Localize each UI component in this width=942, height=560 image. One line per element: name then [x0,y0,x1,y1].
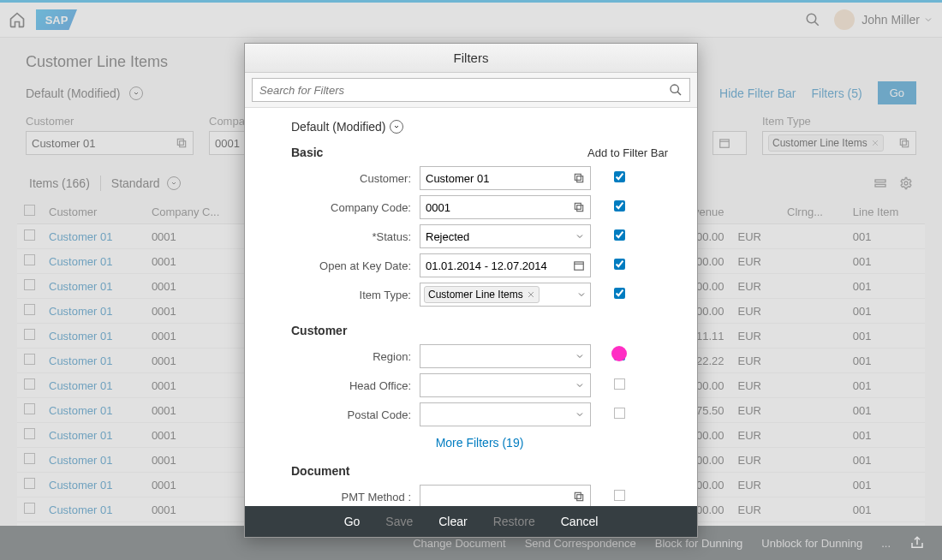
chevron-down-icon[interactable] [575,380,585,390]
section-document: Document [291,464,349,478]
keydate-in-bar-checkbox[interactable] [614,259,625,270]
svg-line-14 [677,92,681,95]
calendar-icon[interactable] [573,259,585,271]
region-label: Region: [291,350,411,363]
more-filters-link[interactable]: More Filters (19) [436,436,524,450]
status-in-bar-checkbox[interactable] [614,229,625,241]
pmt-method-label: PMT Method : [291,491,411,503]
pmt-in-bar-checkbox[interactable] [614,490,625,501]
dialog-footer: Go Save Clear Restore Cancel [245,506,697,537]
value-help-icon[interactable] [573,172,585,184]
modal-overlay: Filters Default (Modified) Basic Add to … [0,0,942,560]
postal-in-bar-checkbox[interactable] [614,408,625,419]
customer-in-bar-checkbox[interactable] [614,171,625,182]
dialog-cancel-button[interactable]: Cancel [561,515,599,528]
dialog-go-button[interactable]: Go [344,515,361,528]
value-help-icon[interactable] [573,491,585,503]
status-field[interactable] [426,230,575,243]
add-to-filter-bar-label: Add to Filter Bar [587,146,668,159]
status-label: *Status: [291,230,411,243]
dialog-clear-button[interactable]: Clear [438,515,467,528]
svg-rect-17 [575,203,581,209]
svg-rect-24 [577,495,583,501]
token-item[interactable]: Customer Line Items [424,286,540,303]
section-basic: Basic [291,146,323,159]
company-code-field[interactable] [426,201,573,214]
itemtype-label: Item Type: [291,289,411,301]
value-help-icon[interactable] [573,201,585,213]
dialog-header: Filters [245,44,697,73]
customer-label: Customer: [291,172,411,185]
chevron-down-icon[interactable] [576,289,587,300]
dialog-variant-menu-icon[interactable] [390,120,403,134]
dialog-restore-button[interactable]: Restore [493,515,535,528]
region-field[interactable] [426,350,575,363]
search-icon[interactable] [669,83,683,97]
token-remove-icon[interactable] [527,290,535,299]
chevron-down-icon[interactable] [575,351,585,361]
dialog-variant[interactable]: Default (Modified) [291,120,386,134]
svg-rect-15 [575,174,581,180]
section-customer: Customer [291,324,347,337]
headoffice-field[interactable] [426,379,575,392]
keydate-label: Open at Key Date: [291,259,411,272]
chevron-down-icon[interactable] [575,409,585,420]
headoffice-label: Head Office: [291,379,411,392]
company-in-bar-checkbox[interactable] [614,200,625,211]
headoffice-in-bar-checkbox[interactable] [614,378,625,390]
filter-search-input[interactable] [259,84,669,97]
company-code-label: Company Code: [291,201,411,214]
keydate-field[interactable] [426,259,573,272]
svg-rect-19 [575,262,584,270]
filters-dialog: Filters Default (Modified) Basic Add to … [244,43,698,538]
postal-field[interactable] [426,408,575,421]
chevron-down-icon[interactable] [575,231,585,241]
customer-field[interactable] [426,172,573,185]
pmt-method-field[interactable] [426,491,573,503]
dialog-title: Filters [245,51,697,65]
svg-point-13 [671,85,678,92]
postal-label: Postal Code: [291,408,411,421]
svg-rect-23 [575,492,581,498]
svg-rect-18 [577,206,583,211]
svg-rect-16 [577,176,583,182]
dialog-save-button[interactable]: Save [385,515,413,528]
cursor-indicator [611,346,627,361]
itemtype-in-bar-checkbox[interactable] [614,288,625,299]
